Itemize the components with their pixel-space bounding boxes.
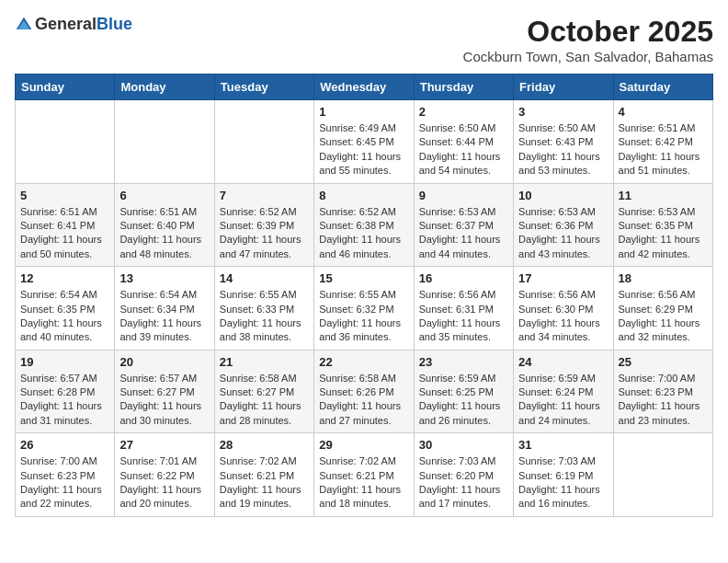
day-info: Sunrise: 6:56 AM Sunset: 6:31 PM Dayligh… [419,288,508,345]
day-info: Sunrise: 6:55 AM Sunset: 6:32 PM Dayligh… [319,288,408,345]
table-row: 14Sunrise: 6:55 AM Sunset: 6:33 PM Dayli… [214,267,313,350]
table-row: 26Sunrise: 7:00 AM Sunset: 6:23 PM Dayli… [16,433,115,517]
table-row [214,100,313,184]
table-row: 25Sunrise: 7:00 AM Sunset: 6:23 PM Dayli… [613,350,712,433]
day-info: Sunrise: 6:56 AM Sunset: 6:30 PM Dayligh… [518,288,608,345]
table-row: 19Sunrise: 6:57 AM Sunset: 6:28 PM Dayli… [16,350,115,433]
day-info: Sunrise: 6:55 AM Sunset: 6:33 PM Dayligh… [220,288,309,345]
col-sunday: Sunday [16,75,115,100]
day-info: Sunrise: 6:59 AM Sunset: 6:25 PM Dayligh… [419,372,508,429]
calendar-week-5: 26Sunrise: 7:00 AM Sunset: 6:23 PM Dayli… [16,433,713,517]
col-friday: Friday [514,75,613,100]
day-number: 9 [419,189,508,202]
day-number: 19 [20,355,109,369]
table-row: 9Sunrise: 6:53 AM Sunset: 6:37 PM Daylig… [414,183,513,267]
table-row: 1Sunrise: 6:49 AM Sunset: 6:45 PM Daylig… [314,100,414,184]
day-info: Sunrise: 6:53 AM Sunset: 6:35 PM Dayligh… [619,205,708,262]
table-row: 29Sunrise: 7:02 AM Sunset: 6:21 PM Dayli… [314,433,414,517]
day-number: 12 [20,271,109,285]
day-number: 16 [419,271,508,285]
table-row: 6Sunrise: 6:51 AM Sunset: 6:40 PM Daylig… [115,183,214,267]
day-info: Sunrise: 6:50 AM Sunset: 6:44 PM Dayligh… [419,121,508,178]
table-row: 18Sunrise: 6:56 AM Sunset: 6:29 PM Dayli… [613,267,712,350]
table-row: 13Sunrise: 6:54 AM Sunset: 6:34 PM Dayli… [115,267,214,350]
day-info: Sunrise: 6:51 AM Sunset: 6:42 PM Dayligh… [619,121,708,178]
day-number: 10 [518,189,608,202]
day-info: Sunrise: 6:52 AM Sunset: 6:38 PM Dayligh… [319,205,408,262]
day-info: Sunrise: 6:56 AM Sunset: 6:29 PM Dayligh… [619,288,708,345]
table-row [115,100,214,184]
day-info: Sunrise: 7:00 AM Sunset: 6:23 PM Dayligh… [619,372,708,429]
day-info: Sunrise: 7:03 AM Sunset: 6:19 PM Dayligh… [518,454,608,511]
table-row: 2Sunrise: 6:50 AM Sunset: 6:44 PM Daylig… [414,100,513,184]
day-info: Sunrise: 7:00 AM Sunset: 6:23 PM Dayligh… [20,454,109,511]
day-number: 15 [319,271,408,285]
day-number: 2 [419,105,508,119]
table-row: 16Sunrise: 6:56 AM Sunset: 6:31 PM Dayli… [414,267,513,350]
day-info: Sunrise: 6:50 AM Sunset: 6:43 PM Dayligh… [518,121,608,178]
table-row: 28Sunrise: 7:02 AM Sunset: 6:21 PM Dayli… [214,433,313,517]
logo-icon [15,16,33,34]
day-number: 18 [619,271,708,285]
table-row: 7Sunrise: 6:52 AM Sunset: 6:39 PM Daylig… [214,183,313,267]
day-number: 6 [119,189,209,202]
day-info: Sunrise: 6:58 AM Sunset: 6:26 PM Dayligh… [319,372,408,429]
table-row: 23Sunrise: 6:59 AM Sunset: 6:25 PM Dayli… [414,350,513,433]
day-number: 1 [319,105,408,119]
day-number: 8 [319,189,408,202]
table-row: 12Sunrise: 6:54 AM Sunset: 6:35 PM Dayli… [16,267,115,350]
day-info: Sunrise: 6:59 AM Sunset: 6:24 PM Dayligh… [518,372,608,429]
day-info: Sunrise: 6:51 AM Sunset: 6:41 PM Dayligh… [20,205,109,262]
logo: GeneralBlue [15,15,132,34]
table-row: 20Sunrise: 6:57 AM Sunset: 6:27 PM Dayli… [115,350,214,433]
day-info: Sunrise: 6:53 AM Sunset: 6:36 PM Dayligh… [518,205,608,262]
table-row [613,433,712,517]
day-number: 31 [518,438,608,452]
table-row: 21Sunrise: 6:58 AM Sunset: 6:27 PM Dayli… [214,350,313,433]
col-saturday: Saturday [613,75,712,100]
day-number: 11 [619,189,708,202]
month-title: October 2025 [463,15,713,49]
day-number: 20 [119,355,209,369]
table-row [16,100,115,184]
day-info: Sunrise: 6:51 AM Sunset: 6:40 PM Dayligh… [119,205,209,262]
day-info: Sunrise: 6:53 AM Sunset: 6:37 PM Dayligh… [419,205,508,262]
col-monday: Monday [115,75,214,100]
day-number: 17 [518,271,608,285]
day-number: 28 [220,438,309,452]
location-subtitle: Cockburn Town, San Salvador, Bahamas [463,49,713,64]
calendar-table: Sunday Monday Tuesday Wednesday Thursday… [15,74,713,517]
day-number: 22 [319,355,408,369]
logo-general-text: General [35,15,97,34]
col-tuesday: Tuesday [214,75,313,100]
day-number: 25 [619,355,708,369]
day-info: Sunrise: 6:49 AM Sunset: 6:45 PM Dayligh… [319,121,408,178]
col-wednesday: Wednesday [314,75,414,100]
calendar-week-1: 1Sunrise: 6:49 AM Sunset: 6:45 PM Daylig… [16,100,713,184]
table-row: 11Sunrise: 6:53 AM Sunset: 6:35 PM Dayli… [613,183,712,267]
table-row: 31Sunrise: 7:03 AM Sunset: 6:19 PM Dayli… [514,433,613,517]
day-info: Sunrise: 6:57 AM Sunset: 6:27 PM Dayligh… [119,372,209,429]
day-number: 27 [119,438,209,452]
table-row: 30Sunrise: 7:03 AM Sunset: 6:20 PM Dayli… [414,433,513,517]
calendar-body: 1Sunrise: 6:49 AM Sunset: 6:45 PM Daylig… [16,100,713,517]
page-header: GeneralBlue October 2025 Cockburn Town, … [15,15,713,64]
day-number: 5 [20,189,109,202]
table-row: 22Sunrise: 6:58 AM Sunset: 6:26 PM Dayli… [314,350,414,433]
day-number: 14 [220,271,309,285]
day-info: Sunrise: 7:02 AM Sunset: 6:21 PM Dayligh… [220,454,309,511]
table-row: 27Sunrise: 7:01 AM Sunset: 6:22 PM Dayli… [115,433,214,517]
table-row: 5Sunrise: 6:51 AM Sunset: 6:41 PM Daylig… [16,183,115,267]
table-row: 3Sunrise: 6:50 AM Sunset: 6:43 PM Daylig… [514,100,613,184]
day-number: 3 [518,105,608,119]
day-info: Sunrise: 6:52 AM Sunset: 6:39 PM Dayligh… [220,205,309,262]
day-number: 26 [20,438,109,452]
day-number: 7 [220,189,309,202]
calendar-week-2: 5Sunrise: 6:51 AM Sunset: 6:41 PM Daylig… [16,183,713,267]
table-row: 8Sunrise: 6:52 AM Sunset: 6:38 PM Daylig… [314,183,414,267]
table-row: 10Sunrise: 6:53 AM Sunset: 6:36 PM Dayli… [514,183,613,267]
day-number: 30 [419,438,508,452]
calendar-header-row: Sunday Monday Tuesday Wednesday Thursday… [16,75,713,100]
title-block: October 2025 Cockburn Town, San Salvador… [463,15,713,64]
day-info: Sunrise: 6:58 AM Sunset: 6:27 PM Dayligh… [220,372,309,429]
